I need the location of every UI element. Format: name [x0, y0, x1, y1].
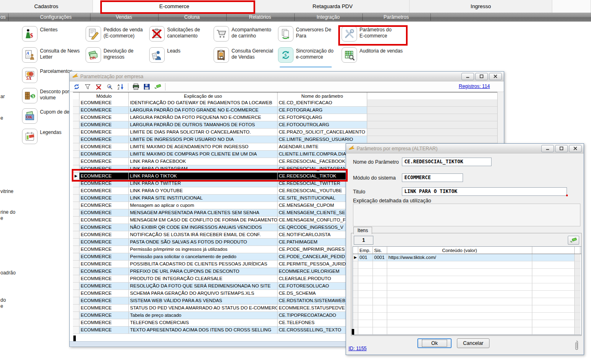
ribbon-item-consulta-de-news[interactable]: AConsulta de News Letter — [22, 47, 79, 63]
itens-grid-empty-row[interactable] — [353, 269, 581, 276]
cancel-button[interactable]: Cancelar — [457, 338, 490, 348]
itens-grid-header: Emp.Sis.Conteúdo (valor) — [353, 247, 581, 254]
print-icon[interactable] — [132, 83, 139, 90]
maximize-button[interactable] — [555, 145, 568, 152]
close-button[interactable] — [489, 73, 502, 80]
sidebar-item-cupom-de-des[interactable]: OKCupom de des — [22, 108, 72, 124]
maximize-button[interactable] — [475, 73, 488, 80]
tab-e-commerce[interactable]: E-commerce — [93, 0, 256, 13]
ribbon-item-solicitacoes-de[interactable]: Solicitações de cancelamento — [149, 26, 200, 42]
itens-grid-empty-row[interactable] — [353, 305, 581, 313]
itens-grid-empty-row[interactable] — [353, 298, 581, 305]
nome-parametro-field[interactable]: CE.REDESOCIAL_TIKTOK — [402, 158, 492, 166]
eraser-button[interactable] — [568, 236, 579, 245]
modulo-sistema-field[interactable]: ECOMMERCE — [402, 173, 463, 182]
table-row[interactable]: ECOMMERCELARGURA PADRÃO DA FOTO GRANDE N… — [73, 107, 498, 114]
table-row[interactable]: ECOMMERCELIMITE DE INGRESSOS POR USUARIO… — [73, 136, 498, 143]
sidebar-item-desconto-por[interactable]: =$Desconto por volume — [22, 88, 69, 103]
ok-button[interactable]: Ok — [417, 338, 452, 348]
ribbon-item-clientes[interactable]: $Clientes — [22, 26, 57, 42]
refresh-icon[interactable] — [73, 83, 80, 90]
cell-explicacao: MENSAGEM APRESENTADA PARA CLIENTES SEM S… — [129, 209, 278, 217]
cell-filler — [367, 99, 498, 107]
menu-item-clipped[interactable]: os — [0, 13, 6, 22]
ribbon-item-acompanhamento[interactable]: Acompanhamento de carrinho — [214, 26, 271, 42]
ribbon-item-auditoria-de-vendas[interactable]: $ $ $$ $ $Auditoria de vendas — [342, 47, 403, 63]
menu-item-vendas[interactable]: Vendas — [116, 13, 132, 22]
menu-item-configuracoes[interactable]: Configurações — [40, 13, 71, 22]
sync-hover-underline — [280, 66, 332, 68]
explicacao-textarea[interactable] — [353, 204, 580, 226]
close-button[interactable] — [569, 145, 582, 152]
id-link[interactable]: ID: 1155 — [348, 346, 366, 351]
menu-divider — [90, 13, 90, 21]
tab-retaguarda-pdv[interactable]: Retaguarda PDV — [256, 0, 410, 13]
row-selector-cell — [353, 320, 358, 327]
cell-explicacao: LINK PARA O TIKTOK — [129, 173, 278, 180]
menu-item-parametros[interactable]: Parâmetros — [384, 13, 409, 22]
sidebar-item-parcelamentos[interactable]: 5XParcelamentos — [22, 68, 73, 83]
itens-grid-empty-row[interactable] — [353, 261, 581, 269]
cell-conteudo — [387, 298, 532, 305]
cell-extra — [532, 276, 575, 283]
table-row[interactable]: ECOMMERCELIMITE DE DIAS PARA SOLICITAR O… — [73, 129, 498, 136]
cell-filler — [575, 305, 580, 313]
tab-ingresso[interactable]: Ingresso — [410, 0, 552, 13]
ribbon-item-devolucao-de[interactable]: OKDevolução de ingressos — [86, 47, 133, 63]
row-selector-cell — [73, 305, 79, 312]
grid-column-header-sis[interactable]: Sis. — [373, 247, 387, 254]
table-row[interactable]: ECOMMERCELARGURA PADRÃO DA FOTO PEQUENA … — [73, 114, 498, 121]
save-icon[interactable] — [143, 83, 150, 90]
filter-icon[interactable] — [84, 83, 91, 90]
itens-grid-row-selected[interactable]: ▶0010001https://www.tiktok.com/ — [353, 254, 581, 261]
itens-grid-empty-row[interactable] — [353, 283, 581, 291]
ribbon-item-leads[interactable]: Leads — [149, 47, 181, 63]
titulo-field[interactable]: LINK PARA O TIKTOK — [402, 187, 567, 196]
cell-explicacao: PRODUTO DE INTEGRAÇÃO CLEARSALE — [129, 275, 278, 283]
registros-link[interactable]: Registros: 114 — [459, 83, 490, 89]
row-selector-cell: ▶ — [73, 173, 79, 180]
clear-filter-icon[interactable] — [95, 83, 102, 90]
itens-grid-empty-row[interactable] — [353, 320, 581, 327]
itens-grid-empty-row[interactable] — [353, 327, 581, 335]
cell-modulo: ECOMMERCE — [79, 173, 129, 180]
cell-emp — [358, 269, 373, 276]
cell-modulo: ECOMMERCE — [79, 231, 129, 239]
minimize-button[interactable] — [541, 145, 554, 152]
itens-grid-empty-row[interactable] — [353, 291, 581, 298]
itens-grid: Emp.Sis.Conteúdo (valor)▶0010001https://… — [353, 246, 582, 335]
ribbon-item-sincronizacao-do[interactable]: $Sincronização do e-commerce — [278, 47, 333, 63]
tab-cadastros[interactable]: Cadastros — [0, 0, 93, 13]
nome-parametro-label: Nome do Parâmetro — [353, 159, 399, 165]
cell-modulo: ECOMMERCE — [79, 121, 129, 129]
grid-column-header-emp[interactable]: Emp. — [358, 247, 373, 254]
sidebar-item-legendas[interactable]: Legendas — [22, 129, 62, 144]
menu-item-integracao[interactable]: Integração — [317, 13, 340, 22]
table-row[interactable]: ECOMMERCEIDENTIFICAÇÃO DO GATEWAY DE PAG… — [73, 99, 498, 107]
ribbon-item-conversores-de[interactable]: Conversores De Para — [278, 26, 331, 42]
itens-grid-empty-row[interactable] — [353, 313, 581, 320]
ribbon-item-pedidos-de-venda[interactable]: Pedidos de venda (E-commerce) — [86, 26, 143, 42]
sort-az-icon[interactable]: AZ — [117, 83, 124, 90]
window2-titlebar[interactable]: Parâmetros por empresa (ALTERAR) — [346, 144, 584, 153]
itens-grid-empty-row[interactable] — [353, 276, 581, 283]
clipped-label-fragment: ar — [0, 94, 5, 99]
column-header-nome-do-parametro[interactable]: Nome do parâmetro — [278, 92, 367, 99]
menu-item-relatorios[interactable]: Relatórios — [249, 13, 271, 22]
ribbon-item-consulta-gerencial[interactable]: Consulta Gerencial de Vendas — [214, 47, 273, 63]
minimize-button[interactable] — [461, 73, 474, 80]
search-icon[interactable]: n — [106, 83, 113, 90]
grid-column-header-blank — [575, 247, 580, 254]
cell-modulo: ECOMMERCE — [79, 143, 129, 151]
window1-titlebar[interactable]: Parametrização por empresa — [70, 72, 504, 81]
column-header-explicacao-de-uso[interactable]: Explicação de uso — [129, 92, 278, 99]
itens-count-field[interactable]: 1 — [354, 236, 373, 245]
grid-column-header-conteudo-valor[interactable]: Conteúdo (valor) — [387, 247, 532, 254]
ribbon-item-parametros-do[interactable]: Parâmetros do E-commerce — [342, 26, 392, 42]
column-header-modulo[interactable]: Módulo — [79, 92, 129, 99]
cell-explicacao: PREFIXO DE URL PARA CUPONS DE DESCONTO — [129, 268, 278, 275]
row-selector-cell — [73, 297, 79, 305]
eraser-icon[interactable] — [154, 83, 161, 90]
menu-item-coluna[interactable]: Coluna — [184, 13, 200, 22]
table-row[interactable]: ECOMMERCELARGURA PADRÃO DE OUTROS TAMANH… — [73, 121, 498, 129]
